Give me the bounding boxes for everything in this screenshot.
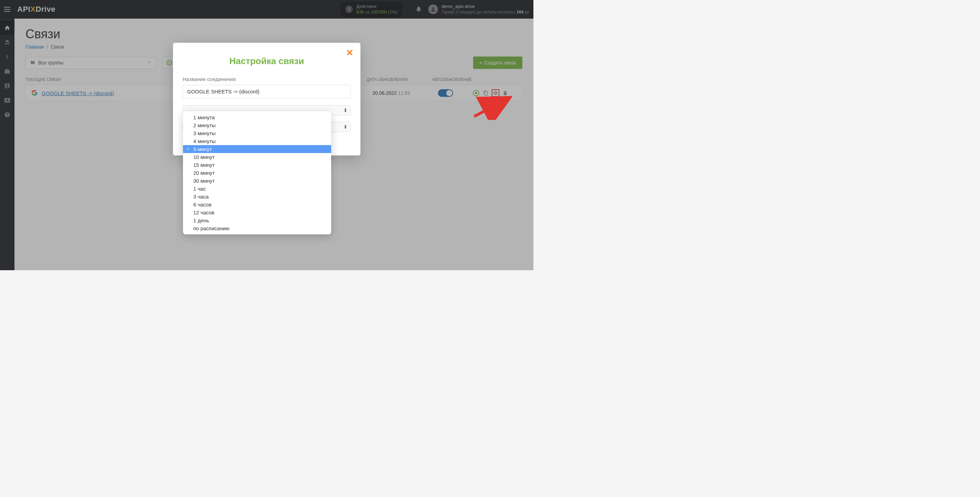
dropdown-item[interactable]: по расписанию xyxy=(183,225,331,232)
dropdown-item[interactable]: 30 минут xyxy=(183,177,331,185)
interval-dropdown-list: 1 минута2 минуты3 минуты4 минуты5 минут1… xyxy=(183,112,331,234)
select-arrows-icon: ▲▼ xyxy=(344,108,347,113)
connection-name-input[interactable] xyxy=(183,85,351,98)
dropdown-item[interactable]: 1 час xyxy=(183,185,331,193)
dropdown-item[interactable]: 5 минут xyxy=(183,145,331,153)
dropdown-item[interactable]: 12 часов xyxy=(183,209,331,217)
dropdown-item[interactable]: 1 день xyxy=(183,217,331,225)
dropdown-item[interactable]: 20 минут xyxy=(183,169,331,177)
dropdown-item[interactable]: 10 минут xyxy=(183,153,331,161)
dropdown-item[interactable]: 2 минуты xyxy=(183,121,331,129)
name-field-label: Название соединения xyxy=(183,76,351,82)
dropdown-item[interactable]: 4 минуты xyxy=(183,137,331,145)
dropdown-item[interactable]: 3 часа xyxy=(183,193,331,201)
select-arrows-icon: ▲▼ xyxy=(344,124,347,129)
dropdown-item[interactable]: 15 минут xyxy=(183,161,331,169)
close-icon[interactable]: ✕ xyxy=(346,48,353,57)
modal-title: Настройка связи xyxy=(183,56,351,67)
dropdown-item[interactable]: 1 минута xyxy=(183,113,331,121)
dropdown-item[interactable]: 3 минуты xyxy=(183,129,331,137)
dropdown-item[interactable]: 6 часов xyxy=(183,201,331,209)
